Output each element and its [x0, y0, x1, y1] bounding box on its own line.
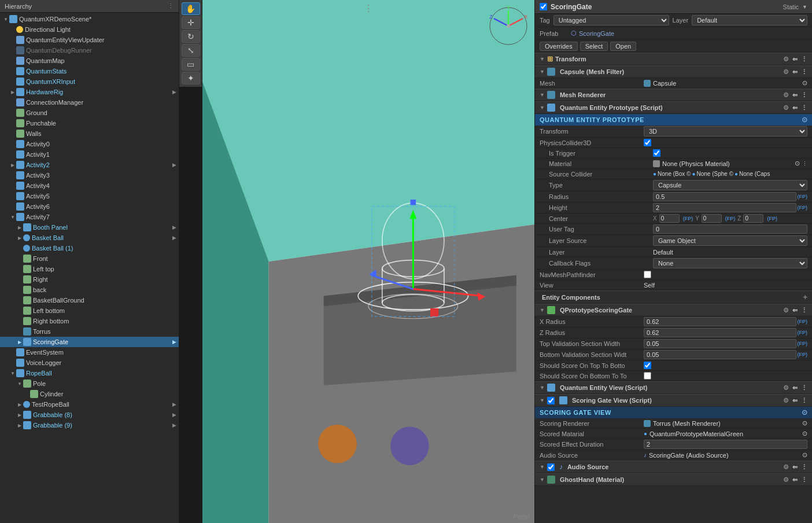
qp-transform-dropdown[interactable]: 3D: [644, 126, 807, 137]
scene-dots-menu[interactable]: ⋮: [364, 3, 373, 14]
qp-layer-source-dropdown[interactable]: Game Object: [653, 235, 807, 246]
hierarchy-item-basketball[interactable]: ▶ Basket Ball ▶: [0, 233, 179, 243]
qp-height-input[interactable]: [653, 203, 796, 212]
scoring-gate-view-overflow-icon[interactable]: ⋮: [801, 397, 807, 404]
select-button[interactable]: Select: [580, 42, 608, 51]
hierarchy-item-pole[interactable]: ▼ Pole: [0, 378, 179, 389]
hierarchy-item-grabbable9[interactable]: ▶ Grabbable (9) ▶: [0, 420, 179, 430]
score-top-checkbox[interactable]: [644, 362, 651, 369]
object-active-checkbox[interactable]: [540, 3, 547, 10]
ghost-hand-section[interactable]: ▼ GhostHand (Material) ⚙ ⇐ ⋮: [535, 473, 812, 486]
hierarchy-item-debugrunner[interactable]: QuantumDebugRunner: [0, 45, 179, 56]
xradius-input[interactable]: [644, 317, 796, 326]
entity-view-lock-icon[interactable]: ⇐: [792, 384, 798, 392]
hierarchy-item-rightbottom[interactable]: Right bottom: [0, 316, 179, 326]
hierarchy-item-scoringgate[interactable]: ▶ ScoringGate ▶: [0, 337, 179, 347]
scoring-gate-view-section[interactable]: ▼ Scoring Gate View (Script) ⚙ ⇐ ⋮: [535, 394, 812, 407]
overrides-button[interactable]: Overrides: [540, 42, 578, 51]
entity-view-section[interactable]: ▼ Quantum Entity View (Script) ⚙ ⇐ ⋮: [535, 381, 812, 394]
hierarchy-item-act0[interactable]: Activity0: [0, 139, 179, 149]
arrow-testropeball[interactable]: ▶: [16, 401, 23, 408]
hand-tool-button[interactable]: ✋: [182, 2, 200, 15]
qp-physics-checkbox[interactable]: [644, 139, 651, 146]
scoring-renderer-target[interactable]: ⊙: [802, 419, 807, 427]
arrow-scene[interactable]: ▼: [2, 16, 9, 23]
ghost-hand-lock-icon[interactable]: ⇐: [792, 476, 798, 484]
object-name-field[interactable]: ScoringGate: [551, 3, 780, 11]
hierarchy-item-lefttop[interactable]: Left top: [0, 264, 179, 274]
quantum-proto-lock-icon[interactable]: ⇐: [792, 104, 798, 112]
qp-type-dropdown[interactable]: Capsule: [653, 180, 807, 190]
audio-source-overflow-icon[interactable]: ⋮: [801, 463, 807, 471]
scoring-gate-view-checkbox[interactable]: [547, 397, 555, 404]
hierarchy-item-act7[interactable]: ▼ Activity7: [0, 212, 179, 222]
hierarchy-item-walls[interactable]: Walls: [0, 128, 179, 139]
transform-section[interactable]: ▼ ⊞ Transform ⚙ ⇐ ⋮: [535, 53, 812, 65]
move-tool-button[interactable]: ✛: [182, 16, 200, 29]
hierarchy-item-boothpanel[interactable]: ▶ Booth Panel ▶: [0, 222, 179, 233]
entity-view-overflow-icon[interactable]: ⋮: [801, 384, 807, 392]
mesh-filter-lock-icon[interactable]: ⇐: [792, 68, 798, 76]
top-val-input[interactable]: [644, 339, 796, 348]
hierarchy-item-act1[interactable]: Activity1: [0, 149, 179, 160]
scene-canvas[interactable]: ⋮: [202, 0, 534, 523]
arrow-grabbable8[interactable]: ▶: [16, 411, 23, 418]
mesh-renderer-overflow-icon[interactable]: ⋮: [801, 91, 807, 99]
qp-radius-input[interactable]: [653, 192, 796, 201]
custom-tool-button[interactable]: ✦: [182, 72, 200, 84]
hierarchy-item-basketball1[interactable]: Basket Ball (1): [0, 243, 179, 253]
tag-dropdown[interactable]: Untagged: [553, 15, 669, 25]
mesh-filter-overflow-icon[interactable]: ⋮: [801, 68, 807, 76]
entity-components-section[interactable]: Entity Components +: [535, 290, 812, 304]
hierarchy-item-front[interactable]: Front: [0, 253, 179, 264]
qp-material-overflow[interactable]: ⋮: [802, 161, 807, 167]
audio-source-checkbox[interactable]: [547, 463, 555, 471]
rect-tool-button[interactable]: ▭: [182, 58, 200, 71]
qp-center-x-input[interactable]: [659, 214, 680, 223]
hierarchy-item-act4[interactable]: Activity4: [0, 181, 179, 191]
quantum-prototype-section[interactable]: ▼ Quantum Entity Prototype (Script) ⚙ ⇐ …: [535, 101, 812, 114]
mesh-filter-gear-icon[interactable]: ⚙: [783, 68, 789, 76]
hierarchy-item-voicelogger[interactable]: VoiceLogger: [0, 358, 179, 368]
transform-lock-icon[interactable]: ⇐: [792, 56, 798, 63]
quantum-proto-overflow-icon[interactable]: ⋮: [801, 104, 807, 112]
mesh-renderer-gear-icon[interactable]: ⚙: [783, 91, 789, 99]
qprototype-overflow-icon[interactable]: ⋮: [801, 307, 807, 314]
audio-source-section[interactable]: ▼ ♪ Audio Source ⚙ ⇐ ⋮: [535, 461, 812, 473]
hierarchy-item-scene[interactable]: ▼ QuantumXRDemoScene*: [0, 14, 179, 24]
hierarchy-item-quantumstats[interactable]: QuantumStats: [0, 66, 179, 76]
open-button[interactable]: Open: [610, 42, 636, 51]
arrow-boothpanel[interactable]: ▶: [16, 224, 23, 231]
arrow-grabbable9[interactable]: ▶: [16, 422, 23, 429]
quantum-proto-gear-icon[interactable]: ⚙: [783, 104, 789, 112]
layer-dropdown[interactable]: Default: [692, 15, 807, 25]
qp-callback-dropdown[interactable]: None: [653, 258, 807, 268]
hierarchy-item-act5[interactable]: Activity5: [0, 191, 179, 201]
arrow-scoringgate[interactable]: ▶: [16, 338, 23, 345]
hierarchy-item-bballground[interactable]: BasketBallGround: [0, 295, 179, 305]
mesh-renderer-lock-icon[interactable]: ⇐: [792, 91, 798, 99]
hierarchy-item-dirlight[interactable]: Directional Light: [0, 24, 179, 35]
arrow-hardwarerig[interactable]: ▶: [9, 89, 16, 95]
qp-material-target[interactable]: ⊙: [795, 160, 800, 167]
qp-usertag-input[interactable]: [653, 224, 807, 234]
arrow-act2[interactable]: ▶: [9, 161, 16, 168]
hierarchy-item-testropeball[interactable]: ▶ TestRopeBall ▶: [0, 399, 179, 410]
hierarchy-item-quantumxrinput[interactable]: QuantumXRInput: [0, 76, 179, 87]
qprototype-section[interactable]: ▼ QPrototypeScoringGate ⚙ ⇐ ⋮: [535, 304, 812, 316]
scored-material-target[interactable]: ⊙: [802, 430, 807, 437]
hierarchy-item-connmgr[interactable]: ConnectionManager: [0, 97, 179, 108]
qprototype-gear-icon[interactable]: ⚙: [783, 307, 789, 314]
qp-center-z-input[interactable]: [743, 214, 763, 223]
hierarchy-menu-icon[interactable]: ⋮: [168, 2, 174, 10]
qp-navmesh-checkbox[interactable]: [644, 271, 651, 278]
arrow-pole[interactable]: ▼: [16, 380, 23, 387]
arrow-basketball[interactable]: ▶: [16, 234, 23, 241]
transform-gear-icon[interactable]: ⚙: [783, 56, 789, 63]
ghost-hand-overflow-icon[interactable]: ⋮: [801, 476, 807, 484]
scene-gizmo[interactable]: X Y Z: [488, 6, 529, 46]
hierarchy-item-cylinder[interactable]: Cylinder: [0, 389, 179, 399]
audio-source-target[interactable]: ⊙: [802, 451, 807, 459]
hierarchy-item-punchable[interactable]: Punchable: [0, 118, 179, 128]
audio-source-lock-icon[interactable]: ⇐: [792, 463, 798, 471]
